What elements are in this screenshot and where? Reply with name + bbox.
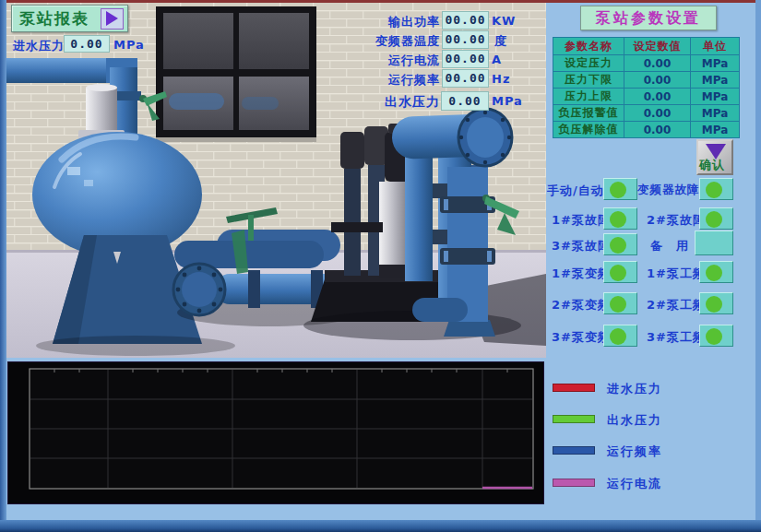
confirm-button-label: 确认	[699, 157, 725, 173]
legend-swatch-freq	[553, 446, 595, 455]
spare-label: 备 用	[650, 238, 689, 254]
inlet-pressure-value: 0.00	[64, 35, 110, 53]
param-name: 设定压力	[553, 55, 624, 72]
status-lamp	[610, 296, 626, 313]
col-header-unit: 单位	[691, 38, 740, 55]
manual-auto-indicator	[603, 178, 637, 200]
inverter-temp-label: 变频器温度	[329, 33, 440, 50]
legend-label-freq: 运行频率	[607, 443, 662, 460]
output-power-label: 输出功率	[329, 14, 440, 30]
status-lamp	[706, 182, 722, 198]
frame-left	[0, 0, 6, 532]
param-unit: MPa	[691, 122, 740, 138]
spare-indicator	[695, 231, 733, 255]
pump3-vfd-label: 3#泵变频	[552, 329, 611, 346]
report-button[interactable]: 泵站报表	[11, 5, 128, 32]
output-power-value: 00.00	[442, 11, 489, 30]
pump1-pf-label: 1#泵工频	[647, 266, 706, 282]
param-unit: MPa	[691, 89, 740, 105]
run-current-unit: A	[492, 53, 502, 66]
pump2-pf-indicator	[699, 292, 733, 314]
inverter-temp-unit: 度	[494, 33, 507, 50]
pump1-vfd-indicator	[603, 261, 637, 283]
pump1-pf-indicator	[699, 261, 733, 283]
status-lamp	[706, 211, 722, 228]
report-button-label: 泵站报表	[19, 8, 101, 30]
param-name: 负压解除值	[553, 122, 624, 138]
frame-right	[755, 0, 761, 532]
table-row: 压力下限 0.00 MPa	[553, 72, 740, 89]
run-freq-unit: Hz	[492, 72, 510, 86]
inverter-temp-value: 00.00	[442, 30, 489, 49]
pump2-vfd-indicator	[603, 292, 637, 314]
pump-station-hmi: 泵站报表 进水压力 0.00 MPa 输出功率 00.00 KW 变频器温度 0…	[0, 0, 761, 532]
status-lamp	[706, 296, 722, 313]
param-name: 负压报警值	[553, 105, 624, 122]
outlet-pressure-value: 0.00	[441, 91, 489, 111]
inlet-pressure-label: 进水压力	[13, 38, 65, 54]
param-value-field[interactable]: 0.00	[624, 122, 691, 138]
status-lamp	[610, 211, 626, 228]
play-arrow-icon	[106, 11, 118, 26]
pump2-fault-indicator	[699, 207, 733, 230]
pump3-pf-label: 3#泵工频	[647, 329, 706, 346]
legend-swatch-current	[553, 479, 595, 487]
trend-chart	[7, 361, 544, 504]
legend-label-inlet: 进水压力	[607, 381, 662, 397]
pump3-pf-indicator	[699, 325, 733, 347]
status-lamp	[706, 265, 722, 281]
legend-swatch-inlet	[553, 384, 595, 392]
status-lamp	[610, 328, 626, 345]
params-panel-title: 泵站参数设置	[580, 6, 717, 30]
pump3-vfd-indicator	[603, 325, 637, 347]
pump2-vfd-label: 2#泵变频	[552, 297, 611, 313]
pump3-fault-indicator	[603, 233, 637, 255]
param-value-field[interactable]: 0.00	[624, 55, 691, 72]
frame-top	[0, 0, 761, 3]
legend-label-current: 运行电流	[607, 476, 662, 492]
col-header-name: 参数名称	[553, 38, 624, 55]
run-freq-value: 00.00	[442, 69, 489, 88]
param-value-field[interactable]: 0.00	[624, 72, 691, 89]
run-freq-label: 运行频率	[329, 72, 440, 89]
vfd-fault-indicator	[699, 178, 733, 200]
pump2-pf-label: 2#泵工频	[647, 297, 706, 313]
params-table: 参数名称 设定数值 单位 设定压力 0.00 MPa 压力下限 0.00 MPa…	[553, 37, 740, 138]
param-value-field[interactable]: 0.00	[624, 89, 691, 105]
status-lamp	[610, 265, 626, 281]
table-row: 压力上限 0.00 MPa	[553, 89, 740, 105]
outlet-pressure-unit: MPa	[492, 94, 523, 108]
manual-auto-label: 手动/自动	[547, 183, 604, 199]
window-graphic	[156, 6, 316, 142]
legend-swatch-outlet	[553, 415, 595, 423]
pump1-fault-indicator	[603, 207, 637, 230]
report-nav-box[interactable]	[101, 8, 124, 30]
param-unit: MPa	[691, 55, 740, 72]
legend-label-outlet: 出水压力	[607, 412, 662, 429]
status-lamp	[706, 328, 722, 345]
output-power-unit: KW	[492, 14, 516, 28]
param-name: 压力下限	[553, 72, 624, 89]
status-lamp	[610, 237, 626, 254]
pump2-fault-label: 2#泵故障	[647, 212, 706, 229]
confirm-button[interactable]: 确认	[696, 139, 733, 175]
param-unit: MPa	[691, 105, 740, 122]
pump1-fault-label: 1#泵故障	[552, 212, 611, 229]
status-lamp	[610, 182, 626, 198]
col-header-value: 设定数值	[624, 38, 691, 55]
pump1-vfd-label: 1#泵变频	[552, 266, 611, 282]
inlet-pressure-unit: MPa	[113, 38, 145, 52]
param-unit: MPa	[691, 72, 740, 89]
table-row: 负压报警值 0.00 MPa	[553, 105, 740, 122]
param-value-field[interactable]: 0.00	[624, 105, 691, 122]
run-current-value: 00.00	[442, 50, 489, 68]
outlet-pressure-label: 出水压力	[329, 94, 440, 111]
vfd-fault-label: 变频器故障	[637, 183, 700, 198]
table-row: 设定压力 0.00 MPa	[553, 55, 740, 72]
pump3-fault-label: 3#泵故障	[552, 238, 611, 254]
run-current-label: 运行电流	[329, 53, 440, 69]
param-name: 压力上限	[553, 89, 624, 105]
frame-bottom	[0, 520, 761, 532]
table-row: 负压解除值 0.00 MPa	[553, 122, 740, 138]
